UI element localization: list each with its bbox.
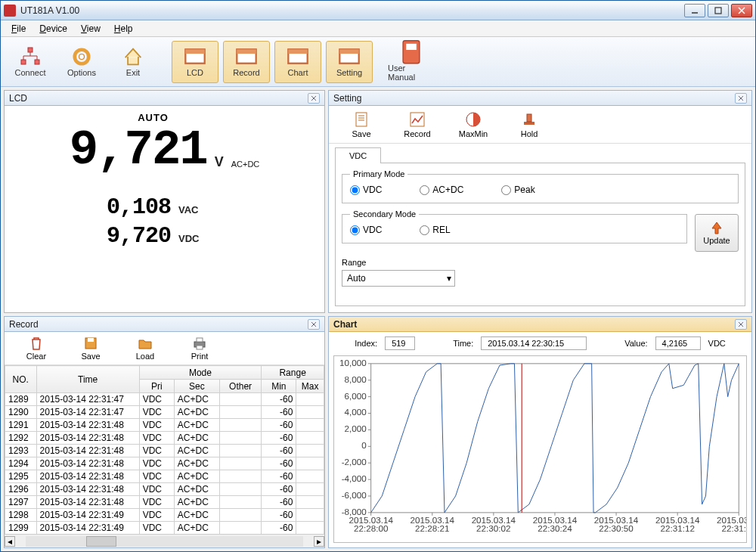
svg-text:6,000: 6,000 [345,390,367,400]
chart-plot[interactable]: -8,000-6,000-4,000-2,00002,0004,0006,000… [333,355,747,543]
lcd-tool-button[interactable]: LCD [172,41,218,83]
lcd-auto-label: AUTO [138,112,169,123]
svg-rect-6 [35,60,39,64]
setting-tool-button[interactable]: Setting [326,41,373,83]
col-max[interactable]: Max [296,380,324,393]
svg-rect-10 [185,49,204,54]
menu-device[interactable]: Device [35,22,72,36]
menu-file[interactable]: File [7,22,30,36]
col-pri[interactable]: Pri [139,380,174,393]
record-tool-button[interactable]: Record [223,41,270,83]
record-table[interactable]: NO. Time Mode Range Pri Sec Other Min Ma… [5,365,324,534]
svg-text:22:30:50: 22:30:50 [599,523,634,532]
table-row[interactable]: 12892015-03-14 22:31:47VDCAC+DC-60 [5,393,324,406]
page-icon [353,111,370,128]
menu-help[interactable]: Help [110,22,138,36]
setting-record-button[interactable]: Record [391,111,444,138]
lcd-sub1-unit: VAC [178,204,203,216]
table-row[interactable]: 12932015-03-14 22:31:48VDCAC+DC-60 [5,445,324,457]
chart-index-label: Index: [355,339,377,348]
record-print-button[interactable]: Print [174,336,225,361]
main-toolbar: Connect Options Exit LCD Record Chart Se… [1,37,755,87]
folder-open-icon [138,336,153,351]
svg-rect-19 [356,113,367,126]
chart-icon [409,111,426,128]
svg-rect-25 [88,338,94,342]
primary-mode-group: Primary Mode VDCAC+DCPeak [342,169,739,203]
radio-acdc[interactable]: AC+DC [420,185,463,195]
record-hscrollbar[interactable]: ◂ ▸ [5,534,324,547]
col-no[interactable]: NO. [5,366,37,393]
col-range[interactable]: Range [262,366,324,380]
menubar: File Device View Help [1,20,755,37]
printer-icon [192,336,207,351]
chart-tool-button[interactable]: Chart [274,41,321,83]
scroll-right-icon[interactable]: ▸ [314,536,324,547]
svg-text:-4,000: -4,000 [342,473,367,483]
setting-panel-header: Setting [329,91,751,106]
lcd-sub2-value: 9,720 [107,223,171,249]
svg-rect-22 [524,122,534,125]
svg-rect-12 [237,49,256,54]
setting-hold-button[interactable]: Hold [503,111,556,138]
trash-icon [29,336,44,351]
chart-panel-close[interactable] [735,319,747,330]
minimize-button[interactable] [684,4,705,17]
svg-rect-70 [371,364,739,513]
exit-button[interactable]: Exit [110,41,156,83]
radio-vdc[interactable]: VDC [350,225,382,235]
svg-rect-5 [21,60,26,64]
chart-time-label: Time: [453,339,473,348]
update-button[interactable]: Update [695,214,739,252]
lcd-panel-close[interactable] [308,93,320,104]
connect-button[interactable]: Connect [7,41,54,83]
chart-panel-header: Chart [329,317,751,332]
scrollbar-thumb[interactable] [86,536,116,547]
titlebar: UT181A V1.00 [1,1,755,20]
menu-view[interactable]: View [76,22,105,36]
table-row[interactable]: 12942015-03-14 22:31:48VDCAC+DC-60 [5,457,324,470]
record-panel-close[interactable] [308,319,320,330]
maximize-button[interactable] [708,4,729,17]
svg-text:22:31:12: 22:31:12 [660,523,694,532]
svg-text:10,000: 10,000 [339,357,367,367]
record-save-button[interactable]: Save [65,336,116,361]
record-load-button[interactable]: Load [119,336,171,361]
table-row[interactable]: 12922015-03-14 22:31:48VDCAC+DC-60 [5,432,324,445]
halfcircle-icon [465,111,482,128]
svg-rect-14 [288,49,307,54]
svg-text:-6,000: -6,000 [342,490,367,500]
table-row[interactable]: 12972015-03-14 22:31:48VDCAC+DC-60 [5,496,324,509]
radio-peak[interactable]: Peak [501,185,534,195]
svg-point-8 [79,54,85,59]
table-row[interactable]: 12982015-03-14 22:31:49VDCAC+DC-60 [5,509,324,522]
record-clear-button[interactable]: Clear [11,336,62,361]
close-button[interactable] [731,4,752,17]
table-row[interactable]: 12952015-03-14 22:31:48VDCAC+DC-60 [5,470,324,483]
setting-save-button[interactable]: Save [335,111,388,138]
range-combobox[interactable]: Auto ▾ [342,270,455,287]
record-panel: Record Clear Save Load Print NO. Time Mo… [4,316,325,548]
col-mode[interactable]: Mode [139,366,262,380]
setting-tab-vdc[interactable]: VDC [335,147,381,163]
setting-panel-close[interactable] [735,93,747,104]
svg-text:22:30:24: 22:30:24 [538,523,572,532]
table-row[interactable]: 12962015-03-14 22:31:48VDCAC+DC-60 [5,483,324,496]
radio-rel[interactable]: REL [420,225,450,235]
table-row[interactable]: 12902015-03-14 22:31:47VDCAC+DC-60 [5,406,324,419]
col-other[interactable]: Other [219,380,261,393]
options-button[interactable]: Options [58,41,105,83]
setting-maxmin-button[interactable]: MaxMin [447,111,500,138]
table-row[interactable]: 12992015-03-14 22:31:49VDCAC+DC-60 [5,522,324,535]
usermanual-button[interactable]: User Manual [388,41,435,83]
svg-rect-4 [28,48,33,52]
scroll-left-icon[interactable]: ◂ [5,536,15,547]
col-time[interactable]: Time [36,366,139,393]
svg-text:2,000: 2,000 [345,423,367,433]
chart-value-label: Value: [624,339,647,348]
col-sec[interactable]: Sec [174,380,219,393]
col-min[interactable]: Min [262,380,296,393]
table-row[interactable]: 12912015-03-14 22:31:48VDCAC+DC-60 [5,419,324,432]
radio-vdc[interactable]: VDC [350,185,382,195]
lcd-panel: LCD AUTO 9,721 V AC+DC 0,108 VAC 9,720 [4,90,325,313]
